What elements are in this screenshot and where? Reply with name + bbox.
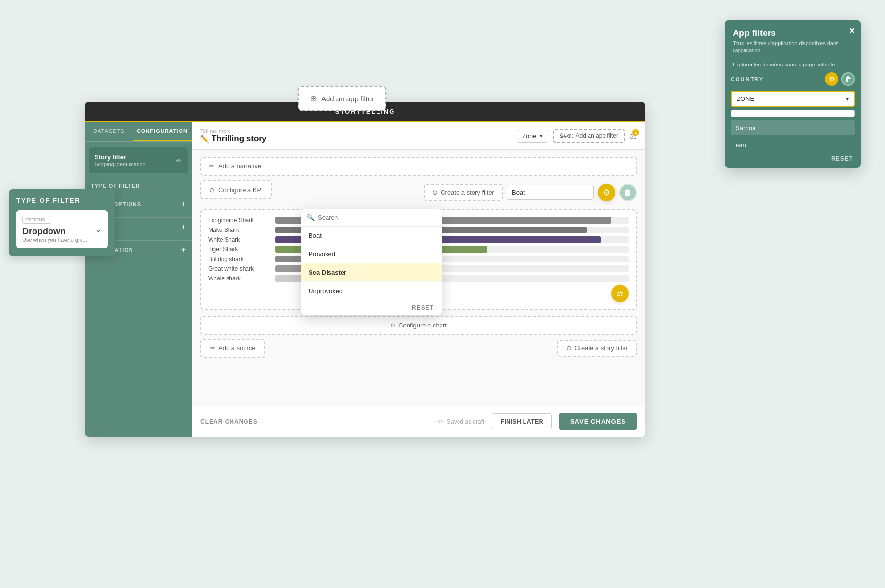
search-icon: 🔍 [307,213,315,221]
story-title: Thrilling story [200,134,266,144]
configure-kpi-btn[interactable]: ⊙ Configure a KPI [200,180,272,199]
chart-icon: ⊙ [390,322,395,329]
filter-input[interactable] [507,185,594,200]
afp-close-btn[interactable]: ✕ [849,26,855,35]
pencil-source-icon: ✏ [210,344,215,352]
search-input[interactable] [318,214,436,221]
create-story-filter-btn2[interactable]: ⊙ Create a story filter [557,340,637,357]
plus-circle-floating-icon: ⊕ [310,93,317,104]
tab-configuration[interactable]: CONFIGURATION [133,122,192,141]
filter-input-row: ⚙ 🗑 [507,184,637,201]
filter-plus-icon: ⊙ [432,189,438,196]
filter-badge-container[interactable]: ⚖ 1 [630,131,637,141]
add-app-filter-floating[interactable]: ⊕ Add an app filter [298,86,386,111]
dropdown-fake-input: OPTIONS [22,216,51,224]
plus-icon-3: + [181,245,186,254]
dropdown-option-item[interactable]: Boat [301,227,442,245]
afp-icons: ⚙ 🗑 [825,72,855,86]
afp-country-row: COUNTRY ⚙ 🗑 [725,70,861,88]
sidebar-story-filter-item[interactable]: Story filter Scoping Identification ✏ [89,147,188,173]
dropdown-option-desc: Use when you have a gre... [22,237,87,243]
chart-label: Bulldog shark [208,256,271,262]
add-app-filter-header-btn[interactable]: &#⊕; Add an app filter [553,129,625,143]
configure-kpi-label: Configure a KPI [218,186,263,194]
clear-changes-btn[interactable]: CLEAR CHANGES [200,418,258,425]
afp-country-label: COUNTRY [731,76,764,82]
tab-datasets[interactable]: DATASETS [85,122,133,141]
dropdown-option-item[interactable]: Sea Disaster [301,263,442,282]
afp-explore: Explorer les données dans la page actuel… [725,59,861,70]
afp-header: App filters Tous les filtres d'applicati… [725,20,861,59]
afp-title: App filters [733,28,853,38]
afp-zone-select[interactable]: ZONE ▾ [731,91,855,107]
create-story-filter-label: Create a story filter [441,189,494,196]
plus-filter-icon2: ⊙ [566,344,572,352]
create-filter-btn2-wrapper: ⊙ Create a story filter [557,340,637,357]
plus-icon-2: + [181,223,186,231]
dropdown-option-item[interactable]: Provoked [301,245,442,263]
plus-icon: + [181,200,186,209]
sidebar-item-label: Story filter [95,153,146,161]
type-filter-title: TYPE OF FILTER [16,197,108,204]
dropdown-option-card[interactable]: OPTIONS Dropdown Use when you have a gre… [16,210,108,248]
filter-badge: 1 [632,129,639,136]
zone-dropdown[interactable]: Zone ▾ [517,130,548,143]
afp-zone-chevron: ▾ [846,95,849,102]
kpi-filter-row: ⊙ Configure a KPI ⊙ Create a story filte… [200,180,637,204]
pencil-icon: ✏ [209,163,214,170]
chevron-zone-icon: ▾ [540,132,543,140]
finish-later-btn[interactable]: FINISH LATER [492,413,552,429]
filter-funnel-btn[interactable]: ⚖ [611,285,629,302]
dropdown-left: OPTIONS Dropdown Use when you have a gre… [22,216,87,243]
trash-circle-btn[interactable]: 🗑 [619,184,637,201]
saved-draft-label: Saved as draft [447,418,484,425]
chart-label: Tiger Shark [208,246,271,253]
add-source-btn[interactable]: ✏ Add a source [200,339,265,358]
bottom-actions: ✏ Add a source ⊙ Create a story filter [200,335,637,361]
afp-gear-btn[interactable]: ⚙ [825,72,838,86]
afp-text-input[interactable] [731,110,855,117]
chart-label: White Shark [208,236,271,243]
configure-chart-btn[interactable]: ⊙ Configure a chart [200,316,637,335]
gear-circle-btn[interactable]: ⚙ [598,184,615,201]
zone-label: Zone [522,132,537,140]
afp-trash-btn[interactable]: 🗑 [841,72,855,86]
story-title-text: Thrilling story [212,134,266,144]
sidebar-story-filter-content: Story filter Scoping Identification [95,153,146,167]
dropdown-search-popup: 🔍 BoatProvokedSea DisasterUnprovoked RES… [301,209,442,315]
app-filters-panel: App filters Tous les filtres d'applicati… [725,20,861,168]
filter-controls: ⊙ Create a story filter ⚙ 🗑 [424,184,637,201]
content-header: Tell me more Thrilling story Zone ▾ &#⊕;… [192,122,645,150]
save-changes-btn[interactable]: SAVE CHANGES [559,413,637,430]
chart-label: Mako Shark [208,227,271,233]
create-story-filter-btn[interactable]: ⊙ Create a story filter [424,184,503,201]
code-icon: <> [437,418,444,425]
afp-text-row: ean [731,138,855,151]
configure-chart-label: Configure a chart [398,322,447,329]
sidebar: DATASETS CONFIGURATION Story filter Scop… [85,122,192,437]
sidebar-item-sublabel: Scoping Identification [95,162,146,167]
dropdown-option-label: Dropdown [22,227,87,237]
type-filter-panel: TYPE OF FILTER OPTIONS Dropdown Use when… [9,189,115,256]
sidebar-tabs: DATASETS CONFIGURATION [85,122,192,142]
create-story-filter-label2: Create a story filter [574,344,628,352]
afp-highlight-row: Samoa [731,120,855,135]
afp-subtitle: Tous les filtres d'application disponibl… [733,40,853,55]
chart-label: Great white shark [208,265,271,272]
add-narrative-label: Add a narrative [218,163,261,170]
add-source-label: Add a source [218,344,256,352]
afp-reset-btn[interactable]: RESET [725,152,861,168]
chart-label: Whale shark [208,275,271,282]
add-app-filter-floating-label: Add an app filter [321,95,374,103]
footer-draft: <> Saved as draft [437,418,484,425]
dropdown-option-item[interactable]: Unprovoked [301,282,442,300]
add-narrative-btn[interactable]: ✏ Add a narrative [200,157,637,176]
chevron-down-icon: ⌄ [95,224,102,235]
dsp-options: BoatProvokedSea DisasterUnprovoked [301,227,442,300]
story-header-left: Tell me more Thrilling story [200,128,266,144]
plus-circle-icon: &#⊕; [560,132,574,139]
dsp-reset-btn[interactable]: RESET [301,300,442,315]
add-app-filter-label: Add an app filter [576,132,618,139]
settings-icon: ⊙ [209,186,214,194]
edit-icon: ✏ [176,157,182,164]
